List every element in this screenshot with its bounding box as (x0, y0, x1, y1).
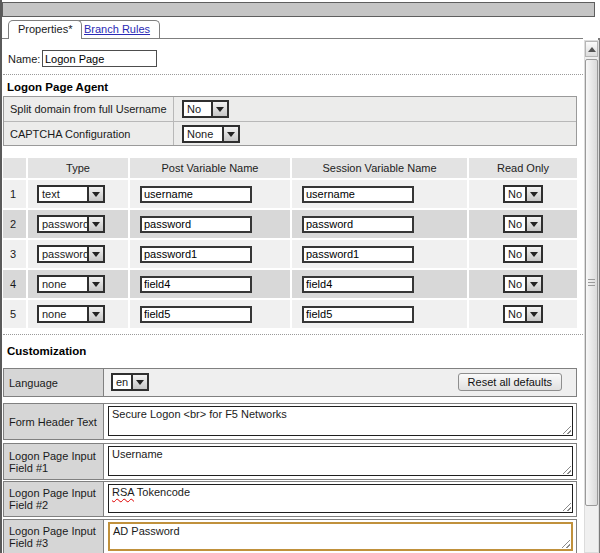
read-only-dropdown-2[interactable]: No (503, 215, 543, 233)
logon-input-field-2-label: Logon Page Input Field #2 (4, 482, 104, 516)
table-row-cell: No (469, 180, 577, 208)
dropdown-arrow-icon (211, 102, 227, 116)
form-header-text-textarea[interactable]: Secure Logon <br> for F5 Networks (108, 406, 573, 436)
type-dropdown-3[interactable]: password (37, 245, 105, 263)
dropdown-arrow-icon (525, 187, 541, 201)
read-only-dropdown-5[interactable]: No (503, 305, 543, 323)
language-dropdown[interactable]: en (111, 373, 149, 391)
reset-all-defaults-button[interactable]: Reset all defaults (458, 373, 562, 391)
logon-input-field-3-row: Logon Page Input Field #3 AD Password (3, 519, 577, 553)
table-row-cell (130, 240, 290, 268)
split-domain-label: Split domain from full Username (4, 103, 173, 115)
session-variable-input-1[interactable] (302, 186, 414, 203)
table-row-cell (292, 240, 467, 268)
name-input[interactable] (42, 50, 157, 67)
resize-handle-icon[interactable] (562, 502, 571, 511)
session-variable-input-4[interactable] (302, 276, 414, 293)
dropdown-arrow-icon (87, 247, 103, 261)
dropdown-arrow-icon (525, 247, 541, 261)
table-row-cell (292, 210, 467, 238)
thumb-grip-icon (588, 279, 595, 287)
language-label: Language (4, 369, 104, 396)
dropdown-arrow-icon (87, 187, 103, 201)
captcha-config-dropdown[interactable]: None (182, 125, 240, 143)
type-dropdown-1[interactable]: text (37, 185, 105, 203)
tab-branch-rules-label: Branch Rules (84, 23, 150, 35)
dropdown-arrow-icon (87, 277, 103, 291)
post-variable-input-4[interactable] (140, 276, 252, 293)
agent-settings-table: Split domain from full Username No CAPTC… (3, 96, 577, 146)
logon-input-field-2-row: Logon Page Input Field #2 RSA Tokencode (3, 481, 577, 517)
window-left-border (0, 0, 2, 553)
header-type: Type (28, 158, 128, 178)
split-domain-value: No (184, 102, 211, 116)
resize-handle-icon[interactable] (562, 425, 571, 434)
tab-branch-rules[interactable]: Branch Rules (74, 20, 160, 38)
form-header-text-label: Form Header Text (4, 404, 104, 439)
table-row-cell (130, 180, 290, 208)
table-row-cell (292, 300, 467, 328)
scrollbar-thumb[interactable] (585, 59, 598, 506)
table-row-cell: text (28, 180, 128, 208)
misspelled-word: RSA (112, 486, 134, 498)
language-row: Language en Reset all defaults (3, 368, 577, 397)
header-session-variable: Session Variable Name (292, 158, 467, 178)
logon-input-field-3-textarea[interactable]: AD Password (108, 522, 573, 551)
resize-handle-icon[interactable] (561, 539, 570, 548)
captcha-config-label: CAPTCHA Configuration (4, 128, 173, 140)
post-variable-input-1[interactable] (140, 186, 252, 203)
table-row-cell: none (28, 300, 128, 328)
dropdown-arrow-icon (131, 375, 147, 389)
table-row-cell: No (469, 240, 577, 268)
table-row-cell (130, 300, 290, 328)
tab-properties-label: Properties* (18, 23, 72, 35)
logon-input-field-3-label: Logon Page Input Field #3 (4, 520, 104, 553)
table-row-cell (130, 270, 290, 298)
row-number: 5 (3, 300, 26, 328)
table-row-cell: password (28, 210, 128, 238)
table-row-cell: password (28, 240, 128, 268)
logon-fields-table: Type Post Variable Name Session Variable… (3, 158, 577, 328)
dropdown-arrow-icon (525, 307, 541, 321)
captcha-config-value: None (184, 127, 222, 141)
logon-input-field-2-textarea[interactable]: RSA Tokencode (108, 484, 573, 513)
type-dropdown-4[interactable]: none (37, 275, 105, 293)
logon-page-properties-dialog: Properties* Branch Rules Name: Logon Pag… (0, 0, 600, 553)
header-post-variable: Post Variable Name (130, 158, 290, 178)
table-row-cell: No (469, 210, 577, 238)
read-only-dropdown-4[interactable]: No (503, 275, 543, 293)
header-read-only: Read Only (469, 158, 577, 178)
table-row-cell (130, 210, 290, 238)
window-title-bar (2, 2, 595, 17)
agent-section-title: Logon Page Agent (7, 81, 108, 93)
scroll-up-button[interactable] (585, 41, 598, 57)
type-dropdown-2[interactable]: password (37, 215, 105, 233)
row-number: 3 (3, 240, 26, 268)
logon-input-field-1-textarea[interactable]: Username (108, 446, 573, 476)
resize-handle-icon[interactable] (562, 465, 571, 474)
table-row-cell: No (469, 270, 577, 298)
separator (3, 74, 583, 75)
tab-properties[interactable]: Properties* (8, 20, 82, 39)
session-variable-input-2[interactable] (302, 216, 414, 233)
table-row-cell: none (28, 270, 128, 298)
separator (3, 334, 583, 335)
post-variable-input-5[interactable] (140, 306, 252, 323)
type-dropdown-5[interactable]: none (37, 305, 105, 323)
row-number: 2 (3, 210, 26, 238)
session-variable-input-3[interactable] (302, 246, 414, 263)
dropdown-arrow-icon (525, 277, 541, 291)
post-variable-input-3[interactable] (140, 246, 252, 263)
table-row-cell (292, 180, 467, 208)
session-variable-input-5[interactable] (302, 306, 414, 323)
logon-input-field-1-row: Logon Page Input Field #1 Username (3, 443, 577, 480)
split-domain-dropdown[interactable]: No (182, 100, 229, 118)
form-header-text-row: Form Header Text Secure Logon <br> for F… (3, 403, 577, 440)
table-row-cell: No (469, 300, 577, 328)
row-number: 4 (3, 270, 26, 298)
dropdown-arrow-icon (525, 217, 541, 231)
read-only-dropdown-1[interactable]: No (503, 185, 543, 203)
post-variable-input-2[interactable] (140, 216, 252, 233)
read-only-dropdown-3[interactable]: No (503, 245, 543, 263)
vertical-scrollbar[interactable] (584, 40, 599, 553)
